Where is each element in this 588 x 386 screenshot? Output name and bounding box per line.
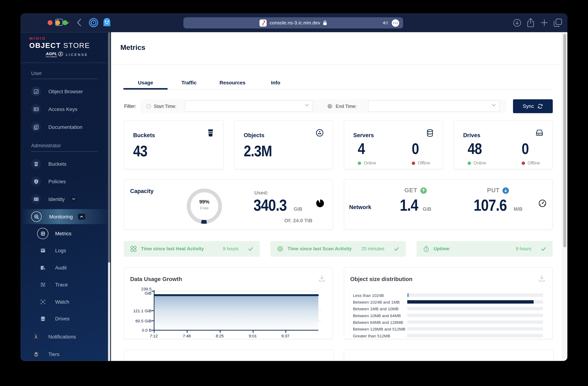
back-button-icon[interactable] <box>77 19 81 27</box>
sidebar-item-metrics[interactable]: Metrics <box>21 226 111 241</box>
sidebar-item-policies[interactable]: Policies <box>21 174 111 189</box>
sidebar-item-identity[interactable]: Identity <box>21 192 111 206</box>
documentation-icon <box>31 122 41 132</box>
monitoring-collapse-chevron-icon[interactable] <box>78 214 85 220</box>
sidebar-item-notifications[interactable]: λ Notifications <box>21 329 111 344</box>
distribution-row: Between 128MB and 512MB <box>353 326 543 332</box>
network-put-header: PUT <box>457 187 539 194</box>
notifications-lambda-icon: λ <box>31 332 41 341</box>
heal-activity-value: 9 hours <box>223 246 238 252</box>
sidebar-item-object-browser[interactable]: Object Browser <box>21 84 111 99</box>
tab-traffic[interactable]: Traffic <box>181 80 197 85</box>
capacity-donut-label: 99% Free <box>187 199 222 210</box>
buckets-card: Buckets 43 <box>124 120 224 169</box>
sidebar-item-drives[interactable]: Drives <box>21 311 111 326</box>
close-window-button[interactable] <box>47 20 52 25</box>
offline-dot <box>522 161 525 165</box>
capacity-used-unit: GiB <box>294 206 302 212</box>
sidebar-item-buckets[interactable]: Buckets <box>21 156 111 171</box>
chevron-down-icon <box>305 104 309 106</box>
uptime-label: Uptime <box>434 246 449 252</box>
browser-titlebar: console.ns-3.ic.min.dev <box>21 14 567 32</box>
scan-activity-label: Time since last Scan Activity <box>288 246 352 252</box>
new-tab-icon[interactable] <box>541 19 548 26</box>
y-axis-tick-mark <box>151 330 154 330</box>
distribution-bar-track <box>407 293 543 297</box>
mute-audio-icon[interactable] <box>382 20 388 25</box>
servers-offline-value: 0 <box>412 140 453 158</box>
tiers-layers-icon <box>31 349 41 359</box>
sidebar-item-audit[interactable]: Audit <box>21 260 111 275</box>
tab-resources[interactable]: Resources <box>219 80 245 85</box>
distribution-row-label: Between 1MB and 10MB <box>353 307 399 311</box>
metrics-icon <box>37 228 48 239</box>
tab-info[interactable]: Info <box>271 80 280 85</box>
sidebar-item-label: Access Keys <box>48 106 77 112</box>
drives-card: Drives 48 Online 0 Offline <box>454 120 553 169</box>
sidebar-item-label: Audit <box>55 265 67 270</box>
download-chart-icon[interactable] <box>319 275 325 281</box>
servers-card: Servers 4 Online 0 Offline <box>344 120 443 169</box>
network-get-unit: GiB <box>422 206 431 212</box>
x-axis-tick: 9:01 <box>249 334 257 338</box>
uptime-value: 9 hours <box>516 246 531 252</box>
start-time-select[interactable] <box>185 101 313 112</box>
y-axis-tick-mark <box>151 310 154 311</box>
distribution-row: Greater than 512MB <box>353 333 543 339</box>
page-scrollbar-thumb[interactable] <box>563 34 566 247</box>
distribution-row: Less than 1024B <box>353 292 543 298</box>
drives-online-value: 48 <box>468 140 509 158</box>
distribution-row: Between 1MB and 10MB <box>353 306 543 312</box>
sidebar-item-logs[interactable]: Logs <box>21 243 111 258</box>
license-label: LICENSE <box>66 53 88 56</box>
drives-online-column: 48 Online <box>468 140 509 165</box>
start-time-clock-icon <box>146 99 151 113</box>
distribution-row: Between 10MB and 64MB <box>353 313 543 319</box>
section-title-user: User <box>31 70 42 76</box>
tab-overview-icon[interactable] <box>553 19 562 27</box>
sidebar-toggle-icon[interactable] <box>55 19 63 26</box>
sidebar-item-label: Notifications <box>48 334 76 339</box>
download-chart-icon[interactable] <box>538 275 545 281</box>
data-usage-growth-title: Data Usage Growth <box>130 276 182 282</box>
scan-activity-value: 25 minutes <box>361 246 384 252</box>
sidebar-item-label: Monitoring <box>49 214 73 219</box>
sidebar-item-monitoring[interactable]: Monitoring <box>21 209 111 224</box>
sidebar-scrollbar-track[interactable] <box>108 262 110 361</box>
sidebar-item-access-keys[interactable]: Access Keys <box>21 102 111 117</box>
logs-icon <box>40 247 46 253</box>
x-axis-tick: 8:25 <box>216 334 224 338</box>
sidebar-item-trace[interactable]: Trace <box>21 277 111 292</box>
end-time-clock-icon <box>327 99 332 113</box>
policies-icon <box>31 177 41 186</box>
active-tab-indicator <box>123 88 168 89</box>
buckets-icon <box>31 159 41 169</box>
end-time-select[interactable] <box>368 101 500 112</box>
sidebar-menu-chevron-icon[interactable] <box>66 21 69 24</box>
downloads-icon[interactable] <box>513 19 521 27</box>
sidebar-item-tiers[interactable]: Tiers <box>21 346 111 361</box>
watch-icon <box>40 299 46 305</box>
sidebar-item-watch[interactable]: Watch <box>21 294 111 309</box>
distribution-bar-fill <box>407 293 408 297</box>
password-manager-extension-icon[interactable] <box>89 18 98 27</box>
drives-offline-status: Offline <box>522 161 563 165</box>
sync-button[interactable]: Sync <box>513 99 553 113</box>
drives-offline-column: 0 Offline <box>522 140 563 165</box>
page-scrollbar-track[interactable] <box>562 32 567 361</box>
page-options-icon[interactable] <box>391 19 399 27</box>
sidebar-scrollbar-thumb[interactable] <box>108 32 110 262</box>
x-axis-tick: 7:48 <box>183 334 191 338</box>
distribution-row-label: Between 64MB and 128MB <box>353 320 403 325</box>
identity-expand-chevron-icon[interactable] <box>70 196 77 202</box>
tab-usage[interactable]: Usage <box>138 80 153 85</box>
minio-logo: MINIO OBJECT STORE AGPL3Free Software LI… <box>29 36 90 58</box>
capacity-card-title: Capacity <box>130 188 154 194</box>
sidebar-item-documentation[interactable]: Documentation <box>21 120 111 135</box>
get-up-arrow-icon <box>420 187 426 194</box>
x-axis-tick: 9:37 <box>281 334 289 338</box>
share-icon[interactable] <box>527 18 534 27</box>
drive-icon <box>536 129 544 136</box>
ghost-extension-icon[interactable] <box>103 18 111 28</box>
address-bar[interactable]: console.ns-3.ic.min.dev <box>183 17 403 28</box>
